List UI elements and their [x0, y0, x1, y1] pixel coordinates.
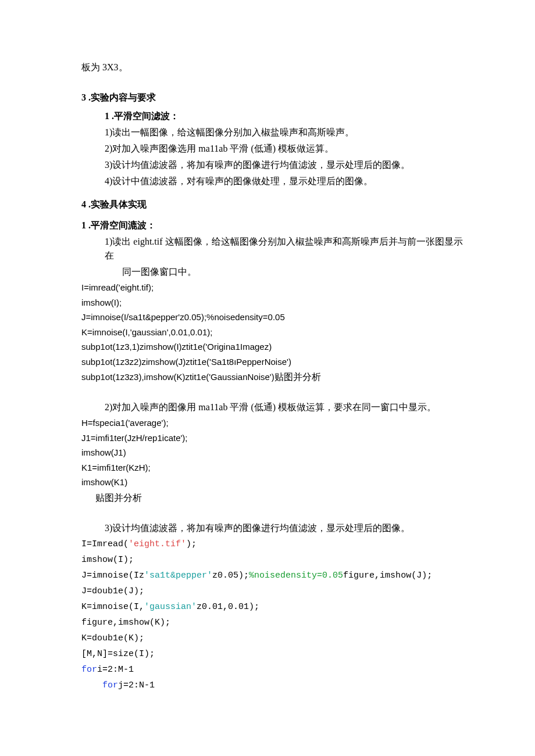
code-text: subp1ot(1z3z3),imshow(K)ztit1e('Gaussian…	[81, 372, 274, 382]
text-line: 3)设计均值滤波器，将加有噪声的图像进行均值滤波，显示处理后的图像。	[81, 158, 471, 172]
code-line: figure,imshow(K);	[81, 616, 471, 630]
code-text: J=imnoise(Iz	[81, 571, 144, 581]
code-text: );	[186, 539, 197, 549]
code-line: I=imread('eight.tif);	[81, 281, 471, 295]
subheading: 1 .平滑空间滤波：	[81, 109, 471, 123]
text-line: 4)设计中值滤波器，对有噪声的图像做处理，显示处理后的图像。	[81, 174, 471, 188]
code-string: 'eight.tif'	[129, 539, 186, 549]
code-line: subp1ot(1z3z3),imshow(K)ztit1e('Gaussian…	[81, 370, 471, 384]
code-line: imshow(J1)	[81, 446, 471, 460]
code-line: imshow(I);	[81, 296, 471, 310]
code-text: i=2:M-1	[97, 665, 134, 675]
code-line: I=Imread('eight.tif');	[81, 538, 471, 551]
code-line: [M,N]=size(I);	[81, 647, 471, 661]
heading-section-3: 3 .实验内容与要求	[81, 91, 471, 105]
text-line: 3)设计均值滤波器，将加有噪声的图像进行均值滤波，显示处理后的图像。	[81, 521, 471, 535]
code-keyword: for	[81, 665, 97, 675]
code-string: 'gaussian'	[144, 602, 197, 612]
code-line: J=imnoise(Iz'sa1t&pepper'z0.05);%noisede…	[81, 569, 471, 583]
code-line: K=imnoise(I,'gaussian'z0.01,0.01);	[81, 600, 471, 614]
code-line: fori=2:M-1	[81, 663, 471, 677]
code-line: imshow(K1)	[81, 476, 471, 489]
code-text: K=imnoise(I,	[81, 602, 144, 612]
heading-section-4: 4 .实验具体实现	[81, 198, 471, 212]
code-line: K=doub1e(K);	[81, 632, 471, 646]
text-line: 同一图像窗口中。	[81, 265, 471, 279]
code-line: H=fspecia1('average');	[81, 417, 471, 430]
code-line: K1=imfi1ter(KzH);	[81, 461, 471, 475]
code-string: 'sa1t&pepper'	[144, 571, 212, 581]
code-text: I=Imread(	[81, 539, 129, 549]
code-block-3: I=Imread('eight.tif'); imshow(I); J=imno…	[81, 538, 471, 693]
code-text: figure,imshow(J);	[343, 571, 432, 581]
code-line: subp1ot(1z3,1)zimshow(I)ztit1e('Origina1…	[81, 341, 471, 354]
code-line: J=doub1e(J);	[81, 585, 471, 599]
subheading: 1 .平滑空间漉波：	[81, 218, 471, 232]
code-text: z0.05);	[212, 571, 249, 581]
text-line: 1)读出一幅图像，给这幅图像分别加入椒盐噪声和高斯噪声。	[81, 126, 471, 139]
code-block-1: I=imread('eight.tif); imshow(I); J=imnoi…	[81, 281, 471, 384]
code-line: J1=imfi1ter(JzH/rep1icate');	[81, 432, 471, 445]
text-line: 2)对加入噪声的图像用 ma11ab 平滑 (低通) 模板做运算，要求在同一窗口…	[81, 400, 471, 414]
code-comment: %noisedensity=0.05	[249, 571, 343, 581]
code-text-cn: 贴图并分析	[274, 372, 321, 382]
text-line: 2)对加入噪声图像选用 ma11ab 平滑 (低通) 模板做运算。	[81, 142, 471, 156]
text-line: 1)读出 eight.tif 这幅图像，给这幅图像分别加入椒盐噪声和高斯噪声后并…	[81, 235, 471, 263]
code-line: imshow(I);	[81, 553, 471, 567]
code-line: J=imnoise(I/sa1t&pepper'z0.05);%noiseden…	[81, 311, 471, 324]
code-text: z0.01,0.01);	[197, 602, 259, 612]
code-block-2: H=fspecia1('average'); J1=imfi1ter(JzH/r…	[81, 417, 471, 505]
code-keyword: for	[102, 680, 118, 690]
code-line-cn: 贴图并分析	[81, 491, 471, 505]
code-line: K=imnoise(I,'gaussian',0.01,0.01);	[81, 326, 471, 339]
code-line: subp1ot(1z3z2)zimshow(J)ztit1e('Sa1t8ıPe…	[81, 356, 471, 369]
text-line: 板为 3X3。	[81, 60, 471, 74]
document-page: 板为 3X3。 3 .实验内容与要求 1 .平滑空间滤波： 1)读出一幅图像，给…	[0, 0, 535, 729]
code-text: j=2:N-1	[118, 680, 155, 690]
code-line: forj=2:N-1	[81, 679, 471, 693]
